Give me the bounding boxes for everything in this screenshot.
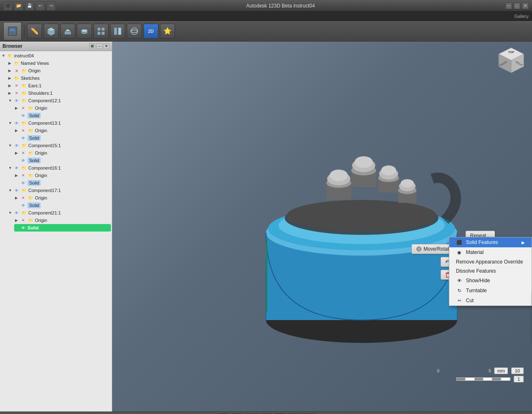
- tree-label-comp13: Component13:1: [28, 121, 61, 126]
- tree-item-comp13[interactable]: ▼ 👁 📁 Component13:1: [7, 119, 111, 127]
- svg-point-38: [381, 165, 396, 175]
- open-button[interactable]: 📂: [14, 1, 23, 10]
- tree-item-comp17-solid[interactable]: 👁 Solid: [14, 202, 111, 209]
- ctx-turntable[interactable]: ↻ Turntable: [449, 286, 532, 296]
- ctx-remove-appearance-label: Remove Appearance Override: [456, 259, 525, 265]
- folder-icon-comp13: 📁: [21, 120, 27, 126]
- tree-item-ears[interactable]: ▶ ✕ 📁 Ears:1: [7, 82, 111, 89]
- tree-item-shoulders[interactable]: ▶ ✕ 📁 Shoulders:1: [7, 89, 111, 97]
- tree-item-comp15-solid[interactable]: 👁 Solid: [14, 157, 111, 164]
- tree-item-instruct04[interactable]: ▼ 📁 instruct04: [1, 52, 111, 59]
- tree-item-comp21-solid[interactable]: 👁 Solid: [14, 224, 111, 232]
- eye-icon-comp16: 👁: [13, 165, 20, 171]
- scale-seg-6: [501, 378, 510, 380]
- cut-icon: ✂: [456, 297, 463, 304]
- eye-icon-comp12: 👁: [13, 97, 20, 104]
- ctx-material[interactable]: ◉ Material: [449, 247, 532, 257]
- app-icon[interactable]: ⬛: [3, 1, 12, 10]
- browser-controls[interactable]: ⊞ ─ ✕: [89, 43, 109, 49]
- pattern-button[interactable]: [94, 24, 108, 39]
- revolve-button[interactable]: [77, 24, 92, 39]
- scale-numbers: 0 6: [437, 369, 491, 373]
- tree-item-comp13-origin[interactable]: ▶ ✕ 📁 Origin: [14, 127, 111, 134]
- tree-item-origin[interactable]: ▶ ✕ 📁 Origin: [7, 67, 111, 74]
- scale-step: 1: [514, 376, 524, 382]
- x-icon-comp12-origin: ✕: [20, 105, 27, 111]
- browser-close-button[interactable]: ✕: [103, 43, 109, 49]
- tree-item-comp12[interactable]: ▼ 👁 📁 Component12:1: [7, 97, 111, 104]
- gallery-label[interactable]: Gallery: [514, 14, 529, 19]
- ctx-dissolve-label: Dissolve Features: [456, 268, 525, 274]
- orbit-button[interactable]: [127, 24, 142, 39]
- nav-cube[interactable]: TOP FRONT RIGHT: [495, 46, 528, 79]
- tree-label-comp21-origin: Origin: [35, 218, 47, 223]
- extrude-button[interactable]: [60, 24, 75, 39]
- redo-title-button[interactable]: ↪: [47, 1, 56, 10]
- window-title: Autodesk 123D Beta instruct04: [56, 3, 505, 9]
- bottom-toolbar: 🔍 ✋ ↔ ➕ ⬛ 🔵 ⊕: [0, 412, 532, 414]
- browser-title: Browser: [2, 43, 22, 49]
- tree-item-comp16[interactable]: ▼ 👁 📁 Component16:1: [7, 164, 111, 172]
- tree-item-comp16-origin[interactable]: ▶ ✕ 📁 Origin: [14, 172, 111, 179]
- tree-item-comp12-origin[interactable]: ▶ ✕ 📁 Origin: [14, 104, 111, 112]
- folder-icon-origin: 📁: [21, 67, 27, 74]
- ctx-solid-features-label: Solid Features: [466, 239, 518, 245]
- tree-arrow-comp21-origin: ▶: [15, 218, 20, 222]
- tree-children-comp12: ▶ ✕ 📁 Origin 👁 Solid: [7, 104, 111, 119]
- tree-item-comp21[interactable]: ▼ 👁 📁 Component21:1: [7, 209, 111, 217]
- title-left-icons[interactable]: ⬛ 📂 💾 ↩ ↪: [3, 1, 56, 10]
- maximize-button[interactable]: □: [514, 2, 520, 9]
- context-menu: ⬛ Solid Features ▶ ◉ Material Remove App…: [449, 237, 532, 306]
- tree-item-comp16-solid[interactable]: 👁 Solid: [14, 179, 111, 187]
- ctx-cut-label: Cut: [466, 298, 525, 303]
- tree-item-sketches[interactable]: ▶ 📁 Sketches: [7, 74, 111, 82]
- fullscreen-button[interactable]: ⭐: [160, 24, 175, 39]
- 2d-button[interactable]: 2D: [143, 24, 158, 39]
- tree-item-named-views[interactable]: ▶ 📁 Named Views: [7, 59, 111, 67]
- tree-item-comp21-origin[interactable]: ▶ ✕ 📁 Origin: [14, 217, 111, 224]
- tree-item-comp15[interactable]: ▼ 👁 📁 Component15:1: [7, 142, 111, 149]
- sketch-button[interactable]: ✏️: [27, 24, 42, 39]
- tree-arrow-shoulders: ▶: [8, 91, 13, 95]
- scale-min: 0: [437, 369, 439, 373]
- ctx-dissolve[interactable]: Dissolve Features: [449, 266, 532, 276]
- tree-arrow-comp12: ▼: [8, 99, 13, 103]
- save-button[interactable]: 💾: [25, 1, 34, 10]
- tree-label-comp12: Component12:1: [28, 98, 61, 103]
- folder-icon-instruct04: 📁: [7, 52, 13, 59]
- tree-label-shoulders: Shoulders:1: [28, 91, 53, 96]
- eye-icon-comp13-solid: 👁: [20, 135, 27, 141]
- scale-seg-4: [483, 378, 492, 380]
- browser-tile-button[interactable]: ⊞: [89, 43, 95, 49]
- window-controls[interactable]: ─ □ ✕: [505, 2, 529, 9]
- close-button[interactable]: ✕: [522, 2, 529, 9]
- svg-rect-4: [64, 32, 71, 34]
- tree-children-comp13: ▶ ✕ 📁 Origin 👁 Solid: [7, 127, 111, 142]
- tree-item-comp13-solid[interactable]: 👁 Solid: [14, 134, 111, 142]
- tree-arrow-comp12-origin: ▶: [15, 106, 20, 110]
- box-prim-button[interactable]: [44, 24, 59, 39]
- toolbar: ✏️ 2: [0, 21, 532, 42]
- ctx-show-hide[interactable]: 👁 Show/Hide: [449, 276, 532, 286]
- ctx-solid-features[interactable]: ⬛ Solid Features ▶: [449, 237, 532, 247]
- undo-title-button[interactable]: ↩: [36, 1, 45, 10]
- tree-item-comp17-origin[interactable]: ▶ ✕ 📁 Origin: [14, 194, 111, 202]
- tree-label-comp12-origin: Origin: [35, 106, 47, 111]
- svg-point-43: [401, 179, 414, 187]
- ears-x-icon: ✕: [13, 82, 20, 89]
- viewport[interactable]: TOP FRONT RIGHT Repeat... Move/Rotate/Sc…: [112, 42, 532, 412]
- ctx-cut[interactable]: ✂ Cut: [449, 296, 532, 306]
- home-view-button[interactable]: [3, 22, 22, 40]
- tree-item-comp17[interactable]: ▼ 👁 📁 Component17:1: [7, 187, 111, 194]
- eye-icon-comp21: 👁: [13, 209, 20, 216]
- ctx-material-label: Material: [466, 249, 525, 255]
- ctx-remove-appearance[interactable]: Remove Appearance Override: [449, 257, 532, 266]
- minimize-button[interactable]: ─: [505, 2, 512, 9]
- browser-minimize-button[interactable]: ─: [96, 43, 102, 49]
- grid-button[interactable]: [110, 24, 125, 39]
- tree-children-comp15: ▶ ✕ 📁 Origin 👁 Solid: [7, 149, 111, 164]
- svg-point-14: [131, 28, 138, 34]
- x-icon-comp21-origin: ✕: [20, 217, 27, 224]
- tree-item-comp12-solid[interactable]: 👁 Solid: [14, 112, 111, 119]
- tree-item-comp15-origin[interactable]: ▶ ✕ 📁 Origin: [14, 149, 111, 157]
